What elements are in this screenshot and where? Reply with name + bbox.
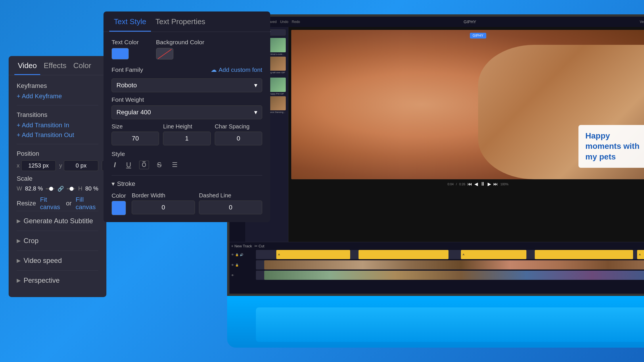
track-content-2 bbox=[256, 260, 644, 269]
track-mute-icon[interactable]: 🔊 bbox=[240, 253, 243, 256]
perspective-section[interactable]: ▶ Perspective bbox=[17, 270, 98, 290]
timeline-controls: + New Track ✂ Cut bbox=[231, 244, 644, 248]
track-lock-icon[interactable]: 🔒 bbox=[235, 253, 239, 256]
track-controls-3: 👁 bbox=[231, 274, 254, 277]
perspective-arrow: ▶ bbox=[17, 277, 21, 284]
cut-btn[interactable]: ✂ Cut bbox=[254, 244, 264, 248]
laptop-keyboard bbox=[256, 307, 644, 342]
track-content-1: A A A bbox=[256, 250, 644, 259]
resize-label: Resize bbox=[17, 200, 36, 207]
stroke-color-group: Color bbox=[112, 192, 126, 215]
tab-video[interactable]: Video bbox=[14, 56, 40, 75]
video-speed-label: Video speed bbox=[24, 257, 62, 265]
track-eye-icon-2[interactable]: 👁 bbox=[231, 263, 234, 267]
auto-subtitle-section[interactable]: ▶ Generate Auto Subtitle bbox=[17, 211, 98, 231]
font-weight-select[interactable]: Regular 400 ▾ bbox=[112, 105, 262, 119]
h-label: H bbox=[78, 185, 82, 192]
left-panel-tabs: Video Effects Color bbox=[9, 56, 106, 75]
device-area: Back to Projects | Saved Undo Redo GIPHY… bbox=[213, 14, 644, 348]
text-color-label: Text Color bbox=[112, 39, 139, 46]
size-label: Size bbox=[112, 123, 159, 130]
position-row: x y bbox=[17, 160, 98, 171]
stroke-color-swatch[interactable] bbox=[112, 201, 126, 215]
align-button[interactable]: ☰ bbox=[170, 160, 180, 170]
time-separator: / bbox=[456, 182, 457, 186]
h-value: 80 % bbox=[85, 185, 98, 192]
auto-subtitle-label: Generate Auto Subtitle bbox=[24, 217, 93, 225]
scale-track-h[interactable] bbox=[67, 188, 75, 189]
size-field: Size bbox=[112, 123, 159, 145]
text-overlay: Happy moments with my pets bbox=[578, 125, 644, 168]
track-eye-icon[interactable]: 👁 bbox=[231, 253, 234, 256]
track-segment-yellow-2[interactable] bbox=[535, 250, 633, 259]
redo-btn[interactable]: Redo bbox=[292, 20, 300, 24]
table-row: 👁 🔒 🔊 A A A bbox=[231, 250, 644, 259]
text-color-swatch[interactable] bbox=[112, 48, 129, 59]
divider-2 bbox=[17, 144, 98, 144]
scale-track-w[interactable] bbox=[46, 188, 54, 189]
preview-controls: 0:04 / 0:26 ⏮ ◀ ⏸ ▶ ⏭ 100% bbox=[447, 181, 508, 187]
version-history-btn[interactable]: Version History bbox=[640, 20, 644, 24]
track-lock-icon-2[interactable]: 🔒 bbox=[235, 263, 239, 267]
size-input[interactable] bbox=[112, 132, 159, 145]
stroke-color-label: Color bbox=[112, 192, 126, 199]
tab-text-properties[interactable]: Text Properties bbox=[151, 11, 210, 32]
text-panel-tabs: Text Style Text Properties bbox=[103, 11, 270, 32]
x-input[interactable] bbox=[21, 160, 56, 171]
tab-color[interactable]: Color bbox=[70, 56, 95, 75]
scale-row: W 82.8 % 🔗 H 80 % bbox=[17, 185, 98, 192]
line-height-label: Line Height bbox=[163, 123, 210, 130]
play-button[interactable]: ⏮ bbox=[467, 182, 472, 187]
dashed-line-label: Dashed Line bbox=[199, 192, 262, 199]
overline-button[interactable]: O̅ bbox=[139, 161, 149, 169]
tab-effects[interactable]: Effects bbox=[40, 56, 70, 75]
char-spacing-input[interactable] bbox=[215, 132, 262, 145]
track-segment-text-1[interactable]: A bbox=[276, 250, 350, 259]
italic-button[interactable]: I bbox=[112, 160, 118, 170]
track-segment-text-2[interactable]: A bbox=[461, 250, 526, 259]
fit-canvas-button[interactable]: Fit canvas bbox=[40, 196, 62, 211]
y-field: y bbox=[59, 160, 98, 171]
app-topbar: Back to Projects | Saved Undo Redo GIPHY… bbox=[229, 17, 644, 27]
track-segment-yellow-1[interactable] bbox=[359, 250, 449, 259]
stroke-chevron: ▾ bbox=[112, 180, 115, 188]
zoom-level: 100% bbox=[500, 182, 508, 186]
y-input[interactable] bbox=[64, 160, 98, 171]
char-spacing-label: Char Spacing bbox=[215, 123, 262, 130]
stroke-section: ▾ Stroke Color Border Width Dashed Line bbox=[112, 175, 262, 215]
laptop-base bbox=[227, 296, 644, 348]
end-button[interactable]: ⏭ bbox=[493, 182, 498, 187]
undo-btn[interactable]: Undo bbox=[280, 20, 288, 24]
font-family-select[interactable]: Roboto ▾ bbox=[112, 78, 262, 92]
add-track-btn[interactable]: + New Track bbox=[231, 244, 252, 248]
track-eye-icon-3[interactable]: 👁 bbox=[231, 274, 234, 277]
bg-color-swatch[interactable] bbox=[156, 48, 173, 59]
stroke-header[interactable]: ▾ Stroke bbox=[112, 180, 262, 188]
text-style-panel: Text Style Text Properties Text Color Ba… bbox=[103, 11, 270, 222]
bg-color-group: Background Color bbox=[156, 39, 204, 59]
video-speed-arrow: ▶ bbox=[17, 257, 21, 264]
tab-text-style[interactable]: Text Style bbox=[109, 11, 151, 32]
video-speed-section[interactable]: ▶ Video speed bbox=[17, 251, 98, 270]
auto-subtitle-arrow: ▶ bbox=[17, 218, 21, 224]
underline-button[interactable]: U bbox=[124, 160, 133, 170]
dashed-line-input[interactable] bbox=[199, 201, 262, 214]
strikethrough-button[interactable]: S bbox=[155, 160, 164, 170]
track-segment-text-3[interactable]: A bbox=[637, 250, 644, 259]
border-width-field: Border Width bbox=[132, 192, 195, 214]
next-button[interactable]: ▶ bbox=[488, 181, 491, 187]
line-height-input[interactable] bbox=[163, 132, 210, 145]
stroke-fields: Color Border Width Dashed Line bbox=[112, 192, 262, 215]
add-custom-font-button[interactable]: ☁ Add custom font bbox=[211, 66, 262, 73]
track-segment-bottom[interactable] bbox=[264, 271, 644, 280]
font-family-chevron: ▾ bbox=[254, 82, 257, 89]
add-keyframe-button[interactable]: + Add Keyframe bbox=[17, 93, 98, 100]
pause-button[interactable]: ⏸ bbox=[480, 181, 485, 187]
track-segment-video-1[interactable] bbox=[264, 260, 644, 269]
add-transition-in-button[interactable]: + Add Transition In bbox=[17, 122, 98, 129]
border-width-input[interactable] bbox=[132, 201, 195, 214]
fill-canvas-button[interactable]: Fill canvas bbox=[76, 196, 98, 211]
crop-section[interactable]: ▶ Crop bbox=[17, 231, 98, 251]
add-transition-out-button[interactable]: + Add Transition Out bbox=[17, 131, 98, 139]
prev-button[interactable]: ◀ bbox=[474, 181, 478, 187]
